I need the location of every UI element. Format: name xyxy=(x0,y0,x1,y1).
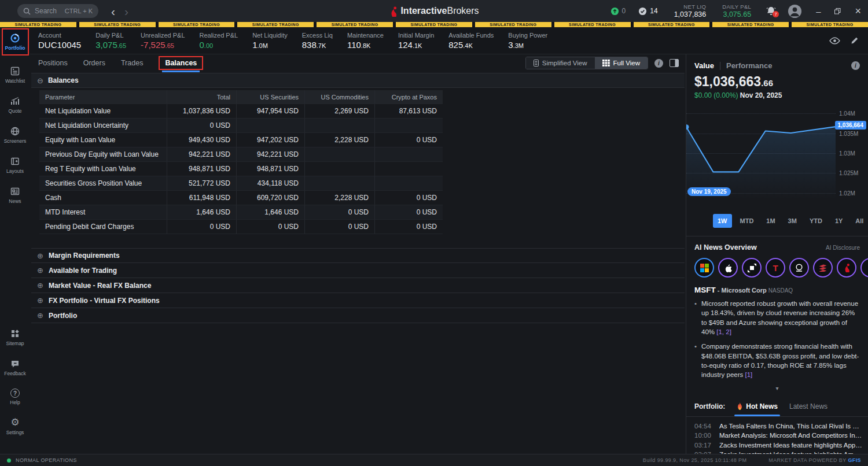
value-info-icon[interactable]: i xyxy=(851,61,860,70)
row-value: 0 USD xyxy=(304,205,374,219)
row-value: 942,221 USD xyxy=(236,147,304,161)
expand-icon[interactable]: ⊕ xyxy=(37,282,43,289)
table-row: Securities Gross Position Value521,772 U… xyxy=(39,176,443,191)
sidebar-item-feedback[interactable]: Feedback xyxy=(2,355,29,380)
section-market-value-real-fx-balance[interactable]: ⊕Market Value - Real FX Balance xyxy=(31,278,685,293)
tab-balances[interactable]: Balances xyxy=(159,56,203,70)
gfis-link[interactable]: GFIS xyxy=(848,457,861,463)
row-value: 0 USD xyxy=(167,119,236,132)
bullet-reference[interactable]: [1, 2] xyxy=(716,328,731,335)
expand-chevron[interactable]: ▾ xyxy=(686,385,868,396)
range-mtd[interactable]: MTD xyxy=(735,214,759,228)
news-item[interactable]: 03:07Zacks Investment Ideas feature high… xyxy=(694,450,862,454)
sidebar-item-layouts[interactable]: Layouts xyxy=(2,153,29,177)
close-button[interactable]: × xyxy=(855,5,861,17)
row-value xyxy=(374,119,443,132)
row-value: 2,228 USD xyxy=(304,191,374,205)
forward-button[interactable]: › xyxy=(124,5,128,17)
microsoft-logo[interactable] xyxy=(694,258,714,278)
news-item[interactable]: 04:54As Tesla Falters In China, This Loc… xyxy=(694,421,862,431)
ibkr-logo[interactable] xyxy=(837,258,856,278)
row-value: 0 USD xyxy=(374,191,443,205)
range-1y[interactable]: 1Y xyxy=(830,214,847,228)
eye-icon[interactable] xyxy=(829,37,840,45)
sidebar-item-portfolio[interactable]: Portfolio xyxy=(2,28,29,56)
sidebar-item-settings[interactable]: ⚙Settings xyxy=(2,414,29,439)
sidebar-item-news[interactable]: News xyxy=(2,183,29,208)
row-value: 949,430 USD xyxy=(167,133,236,147)
panel-layout-icon[interactable] xyxy=(670,59,679,67)
account-field-value: 825.4K xyxy=(448,40,494,50)
row-value: 942,221 USD xyxy=(167,147,236,161)
search-placeholder: Search xyxy=(35,7,61,15)
notifications-button[interactable]: 7 xyxy=(766,6,776,16)
section-margin-requirements[interactable]: ⊕Margin Requirements xyxy=(31,248,685,263)
simplified-view-button[interactable]: Simplified View xyxy=(526,57,595,69)
expand-icon[interactable]: ⊕ xyxy=(37,297,43,304)
sidebar-item-quote[interactable]: Quote xyxy=(2,93,29,117)
account-field-daily-p-l: Daily P&L3,075.65 xyxy=(95,32,126,50)
pending-orders-indicator[interactable]: 0 xyxy=(610,7,626,16)
stock-5-logo[interactable] xyxy=(789,258,809,278)
tesla-logo[interactable]: T xyxy=(766,258,785,278)
tab-trades[interactable]: Trades xyxy=(121,59,143,67)
simulated-trading-segment: SIMULATED TRADING xyxy=(317,22,393,27)
section-available-for-trading[interactable]: ⊕Available for Trading xyxy=(31,263,685,278)
minimize-button[interactable]: – xyxy=(816,6,821,16)
account-field-label: Realized P&L xyxy=(200,32,238,39)
range-all[interactable]: All xyxy=(851,214,868,228)
full-view-button[interactable]: Full View xyxy=(595,57,648,69)
sidebar-item-sitemap[interactable]: Sitemap xyxy=(2,325,29,350)
tab-positions[interactable]: Positions xyxy=(38,59,68,67)
search-input[interactable]: Search CTRL + K xyxy=(17,4,98,18)
account-menu-button[interactable] xyxy=(788,4,802,19)
y-axis-tick: 1.025M xyxy=(839,170,858,176)
balances-section-header[interactable]: ⊖ Balances xyxy=(31,73,685,88)
collapse-icon[interactable]: ⊖ xyxy=(37,77,43,84)
sidebar-item-label: Portfolio xyxy=(5,45,25,51)
news-time: 10:00 xyxy=(694,431,712,441)
range-3m[interactable]: 3M xyxy=(784,214,801,228)
tab-orders[interactable]: Orders xyxy=(83,59,105,67)
apple-logo[interactable] xyxy=(718,258,738,278)
tab-hot-news[interactable]: Hot News xyxy=(737,402,778,416)
back-button[interactable]: ‹ xyxy=(111,5,115,17)
info-icon[interactable]: i xyxy=(654,59,663,68)
news-item[interactable]: 03:17Zacks Investment Ideas feature high… xyxy=(694,441,862,450)
tab-performance[interactable]: Performance xyxy=(726,61,772,70)
expand-icon[interactable]: ⊕ xyxy=(37,267,43,274)
tab-latest-news[interactable]: Latest News xyxy=(789,402,827,416)
range-ytd[interactable]: YTD xyxy=(805,214,827,228)
news-headline: As Tesla Falters In China, This Local Ri… xyxy=(719,421,862,431)
expand-icon[interactable]: ⊕ xyxy=(37,252,43,260)
ai-disclosure-link[interactable]: AI Disclosure xyxy=(826,245,860,251)
section-portfolio[interactable]: ⊕Portfolio xyxy=(31,308,685,323)
stock-8-logo[interactable] xyxy=(860,258,868,278)
bullet-text: Company demonstrates strong financial he… xyxy=(701,342,860,379)
simulated-trading-segment: SIMULATED TRADING xyxy=(396,22,472,27)
value-chart[interactable]: 1,036,664 Nov 19, 2025 1.04M1.035M1.03M1… xyxy=(686,105,868,205)
column-header: Parameter xyxy=(39,90,167,103)
sidebar-item-help[interactable]: ?Help xyxy=(2,385,29,409)
search-shortcut-hint: CTRL + K xyxy=(65,8,93,14)
tab-value[interactable]: Value xyxy=(694,61,714,70)
restore-button[interactable] xyxy=(834,8,841,14)
expand-icon[interactable]: ⊕ xyxy=(37,312,43,319)
section-fx-portfolio-virtual-fx-positions[interactable]: ⊕FX Portfolio - Virtual FX Positions xyxy=(31,293,685,308)
completed-orders-indicator[interactable]: 14 xyxy=(638,7,657,16)
portfolio-main-panel: PositionsOrdersTradesBalances Simplified… xyxy=(30,54,686,454)
sidebar-item-screeners[interactable]: Screeners xyxy=(2,123,29,147)
flame-icon xyxy=(737,402,743,410)
bullet-reference[interactable]: [1] xyxy=(745,371,752,378)
sidebar-item-watchlist[interactable]: Watchlist xyxy=(2,62,29,87)
quote-icon xyxy=(10,96,20,106)
edit-pencil-icon[interactable] xyxy=(851,36,859,45)
news-list: 04:54As Tesla Falters In China, This Loc… xyxy=(686,417,868,454)
news-item[interactable]: 10:00Market Analysis: Microsoft And Comp… xyxy=(694,431,862,441)
news-time: 04:54 xyxy=(694,421,712,431)
range-1m[interactable]: 1M xyxy=(762,214,779,228)
amd-logo[interactable] xyxy=(742,258,762,278)
range-1w[interactable]: 1W xyxy=(713,214,732,228)
row-value: 611,948 USD xyxy=(167,191,236,205)
stock-6-logo[interactable] xyxy=(813,258,833,278)
